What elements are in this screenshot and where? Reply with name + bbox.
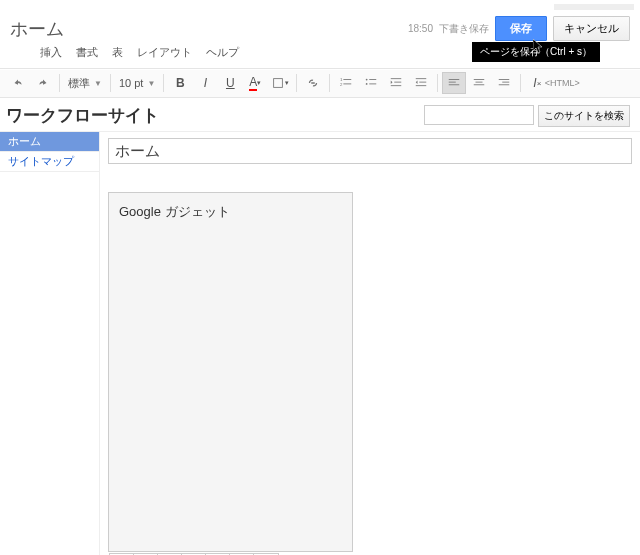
gadget-label: Google ガジェット (119, 204, 230, 219)
draft-save-label: 下書き保存 (439, 22, 489, 36)
font-preset-dropdown[interactable]: 標準▼ (64, 74, 106, 93)
search-input[interactable] (424, 105, 534, 125)
text-color-button[interactable]: A▾ (243, 72, 267, 94)
site-title: ワークフローサイト (6, 104, 159, 127)
page-title: ホーム (10, 17, 408, 41)
menu-insert[interactable]: 挿入 (40, 45, 62, 60)
undo-button[interactable] (6, 72, 30, 94)
underline-button[interactable]: U (218, 72, 242, 94)
search-button[interactable]: このサイトを検索 (538, 105, 630, 127)
outdent-button[interactable] (384, 72, 408, 94)
content-area: Google ガジェット ✕ (100, 132, 640, 555)
search-area: このサイトを検索 (424, 105, 630, 127)
formatting-toolbar: 標準▼ 10 pt▼ B I U A▾ ▾ 12 I× <HTML> (0, 68, 640, 98)
bold-button[interactable]: B (168, 72, 192, 94)
html-edit-button[interactable]: <HTML> (550, 72, 574, 94)
align-right-button[interactable] (492, 72, 516, 94)
page-title-input[interactable] (108, 138, 632, 164)
header-actions: 18:50 下書き保存 保存 キャンセル ページを保存（Ctrl + s） (408, 16, 630, 41)
sidebar-item-sitemap[interactable]: サイトマップ (0, 152, 99, 172)
sidebar-item-home[interactable]: ホーム (0, 132, 99, 152)
cancel-button[interactable]: キャンセル (553, 16, 630, 41)
indent-button[interactable] (409, 72, 433, 94)
svg-rect-0 (274, 79, 283, 88)
align-center-button[interactable] (467, 72, 491, 94)
redo-button[interactable] (31, 72, 55, 94)
svg-text:2: 2 (340, 82, 343, 87)
site-header: ワークフローサイト このサイトを検索 (0, 98, 640, 132)
numbered-list-button[interactable]: 12 (334, 72, 358, 94)
menu-table[interactable]: 表 (112, 45, 123, 60)
align-left-button[interactable] (442, 72, 466, 94)
svg-point-5 (366, 79, 368, 81)
link-button[interactable] (301, 72, 325, 94)
sidebar: ホーム サイトマップ (0, 132, 100, 555)
header: ホーム 18:50 下書き保存 保存 キャンセル ページを保存（Ctrl + s… (0, 10, 640, 68)
save-timestamp: 18:50 (408, 23, 433, 34)
highlight-color-button[interactable]: ▾ (268, 72, 292, 94)
menu-format[interactable]: 書式 (76, 45, 98, 60)
body-area: ホーム サイトマップ Google ガジェット ✕ (0, 132, 640, 555)
font-size-dropdown[interactable]: 10 pt▼ (115, 75, 159, 91)
menu-layout[interactable]: レイアウト (137, 45, 192, 60)
svg-point-7 (366, 83, 368, 85)
italic-button[interactable]: I (193, 72, 217, 94)
menu-help[interactable]: ヘルプ (206, 45, 239, 60)
bullet-list-button[interactable] (359, 72, 383, 94)
cursor-icon (533, 39, 545, 55)
gadget-placeholder[interactable]: Google ガジェット ✕ (108, 192, 353, 552)
save-button[interactable]: 保存 (495, 16, 547, 41)
